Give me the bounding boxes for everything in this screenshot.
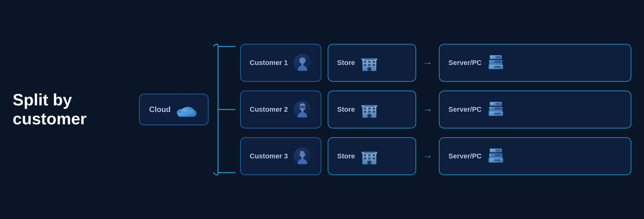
bracket-svg <box>212 27 237 192</box>
customer-3-box: Customer 3 <box>240 137 321 175</box>
cloud-box: Cloud <box>139 94 209 125</box>
svg-rect-66 <box>301 157 303 159</box>
server-1-label: Server/PC <box>448 59 482 67</box>
store-2-icon <box>360 100 379 119</box>
arrow-3: → <box>422 151 433 162</box>
store-2-label: Store <box>337 105 355 114</box>
customer-row-3: Customer 3 <box>240 137 631 175</box>
store-1-box: Store <box>328 44 416 82</box>
arrow-1: → <box>422 57 433 69</box>
svg-rect-29 <box>494 66 501 68</box>
svg-rect-20 <box>373 64 375 66</box>
svg-rect-50 <box>368 111 371 113</box>
cloud-section: Cloud <box>139 94 209 125</box>
svg-rect-46 <box>364 108 366 110</box>
svg-rect-48 <box>373 108 375 110</box>
customer-row-1: Customer 1 <box>240 44 631 82</box>
svg-point-79 <box>490 150 492 151</box>
svg-point-82 <box>490 155 491 156</box>
server-3-box: Server/PC <box>439 137 631 175</box>
svg-rect-74 <box>368 157 371 159</box>
svg-rect-57 <box>495 108 501 110</box>
cloud-label: Cloud <box>149 105 171 114</box>
svg-rect-26 <box>495 61 501 63</box>
svg-rect-23 <box>495 56 501 58</box>
svg-rect-49 <box>364 111 366 113</box>
customer-3-label: Customer 3 <box>250 152 288 160</box>
svg-rect-21 <box>368 67 371 71</box>
customer-2-box: Customer 2 <box>240 91 321 128</box>
svg-rect-3 <box>178 113 196 117</box>
svg-rect-35 <box>301 110 303 112</box>
svg-rect-17 <box>373 61 375 63</box>
page-title: Split by customer <box>13 91 133 128</box>
avatar-2-icon <box>293 100 312 119</box>
server-2-icon <box>487 100 506 119</box>
svg-rect-72 <box>373 154 375 156</box>
store-1-icon <box>360 53 379 72</box>
svg-point-24 <box>490 56 492 58</box>
svg-rect-19 <box>368 64 371 66</box>
bracket-connector <box>212 27 237 192</box>
svg-rect-11 <box>301 63 303 66</box>
svg-rect-71 <box>368 154 371 156</box>
svg-rect-78 <box>495 150 501 151</box>
svg-rect-51 <box>373 111 375 113</box>
customer-2-label: Customer 2 <box>250 105 288 114</box>
customer-row-2: Customer 2 <box>240 91 631 128</box>
server-1-icon <box>487 53 506 72</box>
server-2-label: Server/PC <box>448 105 482 114</box>
svg-rect-16 <box>368 61 371 63</box>
store-3-label: Store <box>337 152 355 160</box>
svg-rect-60 <box>494 113 501 115</box>
svg-rect-70 <box>364 154 366 156</box>
server-3-label: Server/PC <box>448 152 482 160</box>
cloud-icon <box>176 102 198 117</box>
svg-point-55 <box>490 103 492 104</box>
svg-rect-76 <box>368 161 371 164</box>
svg-point-42 <box>303 106 305 108</box>
svg-marker-63 <box>489 110 503 111</box>
store-3-box: Store <box>328 137 416 175</box>
svg-rect-84 <box>494 159 501 161</box>
svg-rect-81 <box>495 154 501 156</box>
arrow-2: → <box>422 104 433 115</box>
svg-line-39 <box>299 107 300 107</box>
svg-point-41 <box>300 106 302 108</box>
svg-marker-87 <box>489 157 503 158</box>
server-2-box: Server/PC <box>439 91 631 128</box>
title-section: Split by customer <box>13 91 133 128</box>
svg-point-27 <box>490 61 491 62</box>
avatar-1-icon <box>293 53 312 72</box>
store-1-label: Store <box>337 59 355 67</box>
svg-rect-18 <box>364 64 366 66</box>
customer-1-label: Customer 1 <box>250 59 288 67</box>
avatar-3-icon <box>293 147 312 166</box>
svg-rect-47 <box>368 108 371 110</box>
svg-point-58 <box>490 108 491 109</box>
server-1-box: Server/PC <box>439 44 631 82</box>
svg-point-4 <box>182 109 189 112</box>
rows-section: Customer 1 <box>240 44 631 175</box>
svg-line-40 <box>305 107 306 107</box>
customer-1-box: Customer 1 <box>240 44 321 82</box>
svg-rect-15 <box>364 61 366 63</box>
svg-rect-54 <box>495 103 501 105</box>
store-3-icon <box>360 147 379 166</box>
svg-rect-75 <box>373 157 375 159</box>
store-2-box: Store <box>328 91 416 128</box>
svg-rect-52 <box>368 114 371 118</box>
page-container: Split by customer Cloud <box>13 9 631 210</box>
svg-marker-32 <box>489 63 503 65</box>
server-3-icon <box>487 147 506 166</box>
svg-rect-73 <box>364 157 366 159</box>
